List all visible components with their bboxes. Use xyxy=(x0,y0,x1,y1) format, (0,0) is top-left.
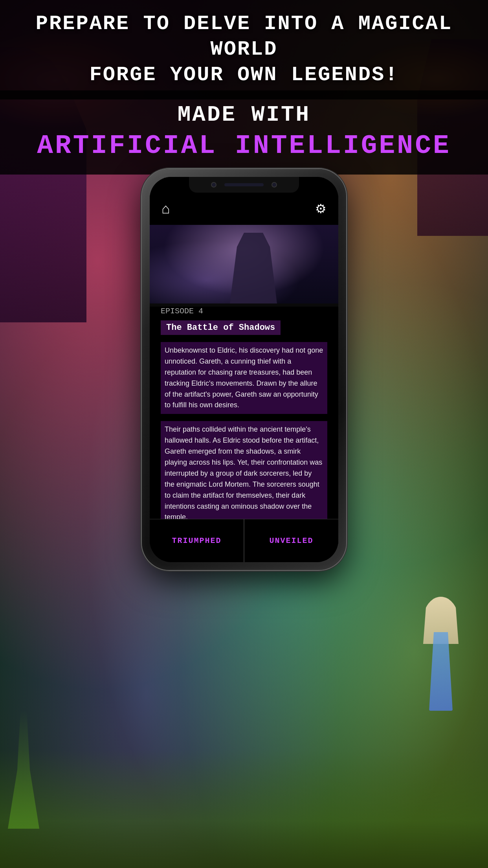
episode-title: The Battle of Shadows xyxy=(166,323,275,333)
phone-mockup: ⌂ ⚙ EPISODE 4 The Battle of Shadows Unbe… xyxy=(142,169,346,570)
choice-triumphed-button[interactable]: TRIUMPHED xyxy=(150,519,244,562)
choices-area: TRIUMPHED UNVEILED xyxy=(150,519,338,562)
story-paragraph-1: Unbeknownst to Eldric, his discovery had… xyxy=(161,342,327,414)
story-character-silhouette xyxy=(230,233,277,303)
phone-screen: ⌂ ⚙ EPISODE 4 The Battle of Shadows Unbe… xyxy=(150,177,338,562)
choice-triumphed-label: TRIUMPHED xyxy=(172,536,221,545)
episode-label: EPISODE 4 xyxy=(161,307,327,316)
bottom-vegetation xyxy=(0,750,488,868)
figure-body xyxy=(429,632,453,711)
phone-outer-shell: ⌂ ⚙ EPISODE 4 The Battle of Shadows Unbe… xyxy=(142,169,346,570)
settings-icon[interactable]: ⚙ xyxy=(315,201,327,216)
phone-notch xyxy=(189,177,299,193)
ai-label: ARTIFICIAL INTELLIGENCE xyxy=(16,131,472,161)
choice-unveiled-label: UNVEILED xyxy=(269,536,313,545)
speaker-bar xyxy=(224,183,264,186)
story-paragraph-2: Their paths collided within the ancient … xyxy=(161,421,327,526)
choice-unveiled-button[interactable]: UNVEILED xyxy=(244,519,338,562)
background-figure xyxy=(417,601,464,711)
headline-line2: FORGE YOUR OWN LEGENDS! xyxy=(90,63,399,86)
made-with-label: MADE WITH xyxy=(16,102,472,127)
story-image xyxy=(150,225,338,303)
top-banner: PREPARE TO DELVE INTO A MAGICAL WORLD FO… xyxy=(0,0,488,99)
middle-banner: MADE WITH ARTIFICIAL INTELLIGENCE xyxy=(0,90,488,175)
camera-dot-right xyxy=(272,182,277,188)
camera-dot-left xyxy=(211,182,216,188)
headline-line1: PREPARE TO DELVE INTO A MAGICAL WORLD xyxy=(36,12,452,61)
story-content: EPISODE 4 The Battle of Shadows Unbeknow… xyxy=(150,307,338,544)
home-icon[interactable]: ⌂ xyxy=(161,200,170,217)
episode-title-box: The Battle of Shadows xyxy=(161,320,281,335)
headline: PREPARE TO DELVE INTO A MAGICAL WORLD FO… xyxy=(16,11,472,88)
